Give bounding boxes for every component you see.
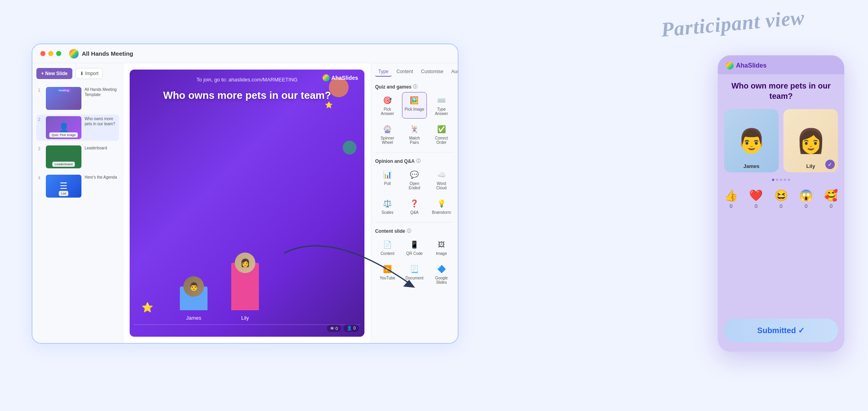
google-slides-label: Google Slides <box>431 276 452 285</box>
green-circle-decoration <box>343 141 357 155</box>
reaction-thumbsup[interactable]: 👍 0 <box>724 189 738 209</box>
slide-badge-4: List <box>59 191 68 196</box>
dot-5 <box>788 179 790 181</box>
phone-header: AhaSlides <box>718 55 844 74</box>
panel-item-google-slides[interactable]: 🔷 Google Slides <box>429 261 454 287</box>
panel-item-match-pairs[interactable]: 🃏 Match Pairs <box>402 121 426 147</box>
close-button[interactable] <box>40 51 45 56</box>
phone-dots <box>718 174 844 186</box>
wow-count: 0 <box>805 203 808 209</box>
scales-icon: ⚖️ <box>381 198 394 209</box>
submit-button[interactable]: Submitted ✓ <box>724 319 838 342</box>
right-panel: Type Content Customise Audio Quiz and ga… <box>371 63 458 343</box>
thumbsup-emoji: 👍 <box>724 189 738 202</box>
james-name: James <box>743 163 759 169</box>
panel-item-image[interactable]: 🖼 Image <box>429 236 454 258</box>
users-count: 👤 0 <box>343 324 359 332</box>
star-decoration-2: ⭐ <box>325 101 333 109</box>
panel-item-poll[interactable]: 📊 Poll <box>375 166 400 193</box>
youtube-icon: ▶️ <box>381 264 394 275</box>
panel-item-pick-answer[interactable]: 🎯 Pick Answer <box>375 92 400 119</box>
pick-image-icon: 🖼️ <box>408 95 421 106</box>
panel-item-pick-image[interactable]: 🖼️ Pick Image <box>402 92 426 119</box>
reaction-heart[interactable]: ❤️ 0 <box>749 189 763 209</box>
slide-num-2: 2 <box>38 117 43 122</box>
tab-type[interactable]: Type <box>375 67 392 77</box>
chart-area: 0 👨 James 1 👩 Lily <box>180 254 314 321</box>
sidebar: + New Slide ⬇ Import 1 Heading All Hands… <box>32 63 123 343</box>
james-label: James <box>186 315 201 321</box>
slide-item-3[interactable]: 3 Leaderboard Leaderboard <box>36 144 119 170</box>
panel-item-open-ended[interactable]: 💬 Open Ended <box>402 166 426 193</box>
panel-item-type-answer[interactable]: ⌨️ Type Answer <box>429 92 454 119</box>
app-logo-icon <box>69 49 79 58</box>
panel-item-qr-code[interactable]: 📱 QR Code <box>402 236 426 258</box>
panel-item-content[interactable]: 📄 Content <box>375 236 400 258</box>
panel-item-word-cloud[interactable]: ☁️ Word Cloud <box>429 166 454 193</box>
slide-num-4: 4 <box>38 175 43 180</box>
correct-order-label: Correct Order <box>431 136 452 145</box>
james-avatar: 👨 <box>183 276 204 297</box>
slide-question-title: Who owns more pets in our team? <box>153 89 341 102</box>
phone-images: 👨 James 👩 ✓ Lily <box>718 109 844 172</box>
slide-item-1[interactable]: 1 Heading All Hands Meeting Template <box>36 85 119 111</box>
brainstorm-label: Brainstorm <box>432 210 451 215</box>
divider-2 <box>375 222 454 222</box>
star-decoration: ⭐ <box>142 302 153 313</box>
reaction-laugh[interactable]: 😆 0 <box>774 189 788 209</box>
minimize-button[interactable] <box>48 51 53 56</box>
slide-preview: ⭐ ⭐ To join, go to: ahaslides.com/MARMEE… <box>130 70 364 337</box>
love-count: 0 <box>830 203 832 209</box>
reaction-wow[interactable]: 😱 0 <box>799 189 813 209</box>
panel-item-document[interactable]: 📃 Document <box>402 261 426 287</box>
dot-1 <box>772 179 774 181</box>
content-label: Content <box>381 251 394 256</box>
thumbsup-count: 0 <box>730 203 732 209</box>
slide-badge-1: Heading <box>57 89 71 92</box>
phone-card-lily[interactable]: 👩 ✓ Lily <box>783 109 838 172</box>
phone-reactions: 👍 0 ❤️ 0 😆 0 😱 0 🥰 0 <box>718 186 844 212</box>
correct-order-icon: ✅ <box>435 124 448 135</box>
lily-name: Lily <box>806 163 815 169</box>
slide-title-4: Here's the Agenda <box>85 175 117 180</box>
import-button[interactable]: ⬇ Import <box>75 68 103 79</box>
participant-view-label: Participant view <box>660 6 806 41</box>
phone-question: Who own more pets in our team? <box>718 74 844 107</box>
laugh-count: 0 <box>779 203 782 209</box>
new-slide-button[interactable]: + New Slide <box>36 68 72 79</box>
phone-card-james[interactable]: 👨 James <box>724 109 779 172</box>
word-cloud-label: Word Cloud <box>431 181 452 190</box>
type-answer-icon: ⌨️ <box>435 95 448 106</box>
poll-icon: 📊 <box>381 169 394 180</box>
chart-bar-lily: 1 👩 Lily <box>231 254 259 321</box>
youtube-label: YouTube <box>380 276 395 280</box>
reaction-love[interactable]: 🥰 0 <box>824 189 838 209</box>
panel-item-scales[interactable]: ⚖️ Scales <box>375 195 400 217</box>
tab-audio[interactable]: Audio <box>448 67 458 77</box>
slide-item-2[interactable]: 2 👤 Quiz: Pick Image Who owns more pets … <box>36 115 119 141</box>
qa-icon: ❓ <box>408 198 421 209</box>
qr-code-icon: 📱 <box>408 239 421 250</box>
app-title: All Hands Meeting <box>69 49 133 58</box>
panel-item-qa[interactable]: ❓ Q&A <box>402 195 426 217</box>
spinner-label: Spinner Wheel <box>377 136 398 145</box>
tab-content[interactable]: Content <box>393 67 416 77</box>
panel-item-correct-order[interactable]: ✅ Correct Order <box>429 121 454 147</box>
tab-customise[interactable]: Customise <box>418 67 447 77</box>
dot-4 <box>784 179 786 181</box>
lily-selected-badge: ✓ <box>825 160 835 169</box>
sidebar-actions: + New Slide ⬇ Import <box>36 68 119 79</box>
lily-avatar: 👩 <box>235 253 255 273</box>
word-cloud-icon: ☁️ <box>435 169 448 180</box>
slide-thumb-1: Heading <box>46 87 81 110</box>
maximize-button[interactable] <box>56 51 61 56</box>
panel-item-youtube[interactable]: ▶️ YouTube <box>375 261 400 287</box>
brainstorm-icon: 💡 <box>435 198 448 209</box>
document-label: Document <box>406 276 424 280</box>
main-content: ⭐ ⭐ To join, go to: ahaslides.com/MARMEE… <box>123 63 371 343</box>
panel-item-brainstorm[interactable]: 💡 Brainstorm <box>429 195 454 217</box>
slide-item-4[interactable]: 4 ☰ List Here's the Agenda <box>36 173 119 199</box>
slide-num-1: 1 <box>38 88 43 92</box>
chart-bar-james: 0 👨 James <box>180 278 208 321</box>
panel-item-spinner[interactable]: 🎡 Spinner Wheel <box>375 121 400 147</box>
